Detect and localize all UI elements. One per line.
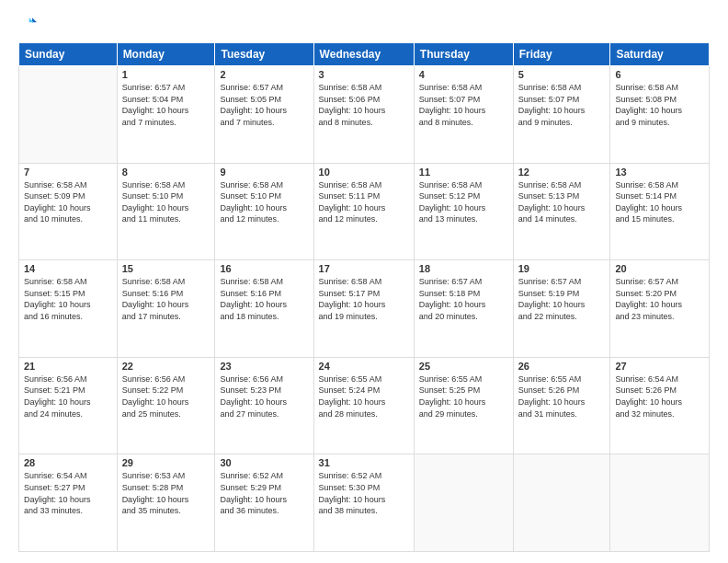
header-cell-thursday: Thursday bbox=[414, 43, 513, 66]
day-info: Sunrise: 6:58 AM Sunset: 5:16 PM Dayligh… bbox=[122, 276, 210, 322]
day-number: 18 bbox=[419, 263, 508, 274]
day-info: Sunrise: 6:58 AM Sunset: 5:13 PM Dayligh… bbox=[518, 179, 606, 225]
day-number: 3 bbox=[319, 69, 409, 80]
day-info: Sunrise: 6:54 AM Sunset: 5:27 PM Dayligh… bbox=[24, 470, 112, 516]
day-cell bbox=[414, 454, 513, 552]
day-number: 23 bbox=[220, 361, 308, 372]
week-row-5: 28Sunrise: 6:54 AM Sunset: 5:27 PM Dayli… bbox=[19, 454, 710, 552]
day-cell: 19Sunrise: 6:57 AM Sunset: 5:19 PM Dayli… bbox=[513, 260, 610, 358]
day-cell: 1Sunrise: 6:57 AM Sunset: 5:04 PM Daylig… bbox=[117, 66, 215, 164]
day-cell: 31Sunrise: 6:52 AM Sunset: 5:30 PM Dayli… bbox=[313, 454, 414, 552]
day-number: 5 bbox=[518, 69, 606, 80]
day-info: Sunrise: 6:57 AM Sunset: 5:04 PM Dayligh… bbox=[122, 82, 210, 128]
day-cell: 30Sunrise: 6:52 AM Sunset: 5:29 PM Dayli… bbox=[215, 454, 313, 552]
day-number: 31 bbox=[319, 457, 409, 468]
day-info: Sunrise: 6:55 AM Sunset: 5:25 PM Dayligh… bbox=[419, 373, 508, 419]
week-row-3: 14Sunrise: 6:58 AM Sunset: 5:15 PM Dayli… bbox=[19, 260, 710, 358]
day-number: 24 bbox=[319, 361, 409, 372]
day-cell: 3Sunrise: 6:58 AM Sunset: 5:06 PM Daylig… bbox=[313, 66, 414, 164]
day-cell: 18Sunrise: 6:57 AM Sunset: 5:18 PM Dayli… bbox=[414, 260, 513, 358]
day-cell: 9Sunrise: 6:58 AM Sunset: 5:10 PM Daylig… bbox=[215, 163, 313, 260]
day-info: Sunrise: 6:58 AM Sunset: 5:07 PM Dayligh… bbox=[419, 82, 508, 128]
day-info: Sunrise: 6:57 AM Sunset: 5:18 PM Dayligh… bbox=[419, 276, 508, 322]
day-cell: 12Sunrise: 6:58 AM Sunset: 5:13 PM Dayli… bbox=[513, 163, 610, 260]
day-cell: 17Sunrise: 6:58 AM Sunset: 5:17 PM Dayli… bbox=[313, 260, 414, 358]
day-info: Sunrise: 6:54 AM Sunset: 5:26 PM Dayligh… bbox=[615, 373, 704, 419]
day-info: Sunrise: 6:58 AM Sunset: 5:11 PM Dayligh… bbox=[319, 179, 409, 225]
day-number: 21 bbox=[24, 361, 112, 372]
header bbox=[18, 15, 710, 33]
day-info: Sunrise: 6:58 AM Sunset: 5:08 PM Dayligh… bbox=[615, 82, 704, 128]
day-info: Sunrise: 6:58 AM Sunset: 5:10 PM Dayligh… bbox=[220, 179, 308, 225]
day-cell: 22Sunrise: 6:56 AM Sunset: 5:22 PM Dayli… bbox=[117, 357, 215, 454]
day-info: Sunrise: 6:52 AM Sunset: 5:30 PM Dayligh… bbox=[319, 470, 409, 516]
day-cell: 25Sunrise: 6:55 AM Sunset: 5:25 PM Dayli… bbox=[414, 357, 513, 454]
day-number: 6 bbox=[615, 69, 704, 80]
day-number: 22 bbox=[122, 361, 210, 372]
page: SundayMondayTuesdayWednesdayThursdayFrid… bbox=[0, 0, 728, 563]
day-number: 26 bbox=[518, 361, 606, 372]
day-info: Sunrise: 6:58 AM Sunset: 5:07 PM Dayligh… bbox=[518, 82, 606, 128]
day-info: Sunrise: 6:52 AM Sunset: 5:29 PM Dayligh… bbox=[220, 470, 308, 516]
day-cell: 4Sunrise: 6:58 AM Sunset: 5:07 PM Daylig… bbox=[414, 66, 513, 164]
day-number: 17 bbox=[319, 263, 409, 274]
day-number: 29 bbox=[122, 457, 210, 468]
day-cell: 11Sunrise: 6:58 AM Sunset: 5:12 PM Dayli… bbox=[414, 163, 513, 260]
day-number: 30 bbox=[220, 457, 308, 468]
day-number: 25 bbox=[419, 361, 508, 372]
day-number: 9 bbox=[220, 167, 308, 178]
calendar-table: SundayMondayTuesdayWednesdayThursdayFrid… bbox=[18, 42, 710, 552]
day-info: Sunrise: 6:58 AM Sunset: 5:09 PM Dayligh… bbox=[24, 179, 112, 225]
day-number: 8 bbox=[122, 167, 210, 178]
day-number: 16 bbox=[220, 263, 308, 274]
day-info: Sunrise: 6:58 AM Sunset: 5:06 PM Dayligh… bbox=[319, 82, 409, 128]
day-cell: 6Sunrise: 6:58 AM Sunset: 5:08 PM Daylig… bbox=[610, 66, 710, 164]
week-row-2: 7Sunrise: 6:58 AM Sunset: 5:09 PM Daylig… bbox=[19, 163, 710, 260]
day-info: Sunrise: 6:53 AM Sunset: 5:28 PM Dayligh… bbox=[122, 470, 210, 516]
day-cell: 26Sunrise: 6:55 AM Sunset: 5:26 PM Dayli… bbox=[513, 357, 610, 454]
day-number: 14 bbox=[24, 263, 112, 274]
day-number: 1 bbox=[122, 69, 210, 80]
header-cell-sunday: Sunday bbox=[19, 43, 118, 66]
header-cell-tuesday: Tuesday bbox=[215, 43, 313, 66]
day-info: Sunrise: 6:57 AM Sunset: 5:19 PM Dayligh… bbox=[518, 276, 606, 322]
logo bbox=[18, 15, 40, 33]
day-cell: 28Sunrise: 6:54 AM Sunset: 5:27 PM Dayli… bbox=[19, 454, 118, 552]
day-cell: 29Sunrise: 6:53 AM Sunset: 5:28 PM Dayli… bbox=[117, 454, 215, 552]
day-info: Sunrise: 6:55 AM Sunset: 5:26 PM Dayligh… bbox=[518, 373, 606, 419]
week-row-1: 1Sunrise: 6:57 AM Sunset: 5:04 PM Daylig… bbox=[19, 66, 710, 164]
header-cell-wednesday: Wednesday bbox=[313, 43, 414, 66]
day-cell: 8Sunrise: 6:58 AM Sunset: 5:10 PM Daylig… bbox=[117, 163, 215, 260]
day-info: Sunrise: 6:58 AM Sunset: 5:10 PM Dayligh… bbox=[122, 179, 210, 225]
day-info: Sunrise: 6:58 AM Sunset: 5:14 PM Dayligh… bbox=[615, 179, 704, 225]
day-number: 27 bbox=[615, 361, 704, 372]
day-number: 13 bbox=[615, 167, 704, 178]
logo-icon bbox=[18, 15, 37, 33]
day-cell: 20Sunrise: 6:57 AM Sunset: 5:20 PM Dayli… bbox=[610, 260, 710, 358]
day-number: 7 bbox=[24, 167, 112, 178]
day-info: Sunrise: 6:56 AM Sunset: 5:23 PM Dayligh… bbox=[220, 373, 308, 419]
day-cell: 14Sunrise: 6:58 AM Sunset: 5:15 PM Dayli… bbox=[19, 260, 118, 358]
day-cell: 16Sunrise: 6:58 AM Sunset: 5:16 PM Dayli… bbox=[215, 260, 313, 358]
day-cell: 24Sunrise: 6:55 AM Sunset: 5:24 PM Dayli… bbox=[313, 357, 414, 454]
header-cell-friday: Friday bbox=[513, 43, 610, 66]
day-info: Sunrise: 6:58 AM Sunset: 5:16 PM Dayligh… bbox=[220, 276, 308, 322]
day-number: 10 bbox=[319, 167, 409, 178]
day-number: 12 bbox=[518, 167, 606, 178]
day-cell: 21Sunrise: 6:56 AM Sunset: 5:21 PM Dayli… bbox=[19, 357, 118, 454]
header-cell-monday: Monday bbox=[117, 43, 215, 66]
day-info: Sunrise: 6:56 AM Sunset: 5:21 PM Dayligh… bbox=[24, 373, 112, 419]
logo-text bbox=[18, 15, 40, 33]
day-info: Sunrise: 6:56 AM Sunset: 5:22 PM Dayligh… bbox=[122, 373, 210, 419]
day-cell bbox=[513, 454, 610, 552]
day-number: 28 bbox=[24, 457, 112, 468]
day-info: Sunrise: 6:58 AM Sunset: 5:12 PM Dayligh… bbox=[419, 179, 508, 225]
day-number: 20 bbox=[615, 263, 704, 274]
day-cell: 10Sunrise: 6:58 AM Sunset: 5:11 PM Dayli… bbox=[313, 163, 414, 260]
day-info: Sunrise: 6:57 AM Sunset: 5:05 PM Dayligh… bbox=[220, 82, 308, 128]
day-info: Sunrise: 6:58 AM Sunset: 5:17 PM Dayligh… bbox=[319, 276, 409, 322]
day-cell: 27Sunrise: 6:54 AM Sunset: 5:26 PM Dayli… bbox=[610, 357, 710, 454]
day-number: 2 bbox=[220, 69, 308, 80]
day-cell bbox=[610, 454, 710, 552]
day-number: 4 bbox=[419, 69, 508, 80]
